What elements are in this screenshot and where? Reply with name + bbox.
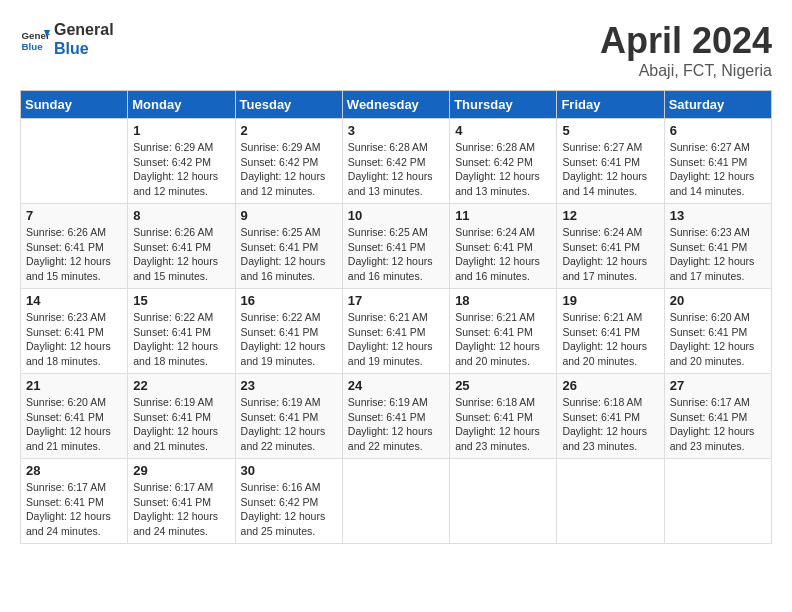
day-info: Sunrise: 6:25 AM Sunset: 6:41 PM Dayligh… xyxy=(241,225,337,284)
day-info: Sunrise: 6:29 AM Sunset: 6:42 PM Dayligh… xyxy=(241,140,337,199)
day-number: 29 xyxy=(133,463,229,478)
day-info: Sunrise: 6:21 AM Sunset: 6:41 PM Dayligh… xyxy=(455,310,551,369)
calendar-cell: 7Sunrise: 6:26 AM Sunset: 6:41 PM Daylig… xyxy=(21,204,128,289)
calendar-cell: 25Sunrise: 6:18 AM Sunset: 6:41 PM Dayli… xyxy=(450,374,557,459)
calendar-cell: 6Sunrise: 6:27 AM Sunset: 6:41 PM Daylig… xyxy=(664,119,771,204)
calendar-week-3: 14Sunrise: 6:23 AM Sunset: 6:41 PM Dayli… xyxy=(21,289,772,374)
day-info: Sunrise: 6:28 AM Sunset: 6:42 PM Dayligh… xyxy=(455,140,551,199)
weekday-header-saturday: Saturday xyxy=(664,91,771,119)
calendar-cell: 27Sunrise: 6:17 AM Sunset: 6:41 PM Dayli… xyxy=(664,374,771,459)
logo-general-text: General xyxy=(54,20,114,39)
calendar-cell: 30Sunrise: 6:16 AM Sunset: 6:42 PM Dayli… xyxy=(235,459,342,544)
day-number: 27 xyxy=(670,378,766,393)
day-number: 22 xyxy=(133,378,229,393)
day-number: 26 xyxy=(562,378,658,393)
calendar-cell: 26Sunrise: 6:18 AM Sunset: 6:41 PM Dayli… xyxy=(557,374,664,459)
day-info: Sunrise: 6:16 AM Sunset: 6:42 PM Dayligh… xyxy=(241,480,337,539)
calendar-cell: 19Sunrise: 6:21 AM Sunset: 6:41 PM Dayli… xyxy=(557,289,664,374)
day-number: 25 xyxy=(455,378,551,393)
day-number: 21 xyxy=(26,378,122,393)
weekday-header-sunday: Sunday xyxy=(21,91,128,119)
day-number: 20 xyxy=(670,293,766,308)
day-info: Sunrise: 6:22 AM Sunset: 6:41 PM Dayligh… xyxy=(241,310,337,369)
logo: General Blue General Blue xyxy=(20,20,114,58)
day-info: Sunrise: 6:24 AM Sunset: 6:41 PM Dayligh… xyxy=(562,225,658,284)
day-number: 18 xyxy=(455,293,551,308)
day-info: Sunrise: 6:19 AM Sunset: 6:41 PM Dayligh… xyxy=(133,395,229,454)
day-info: Sunrise: 6:29 AM Sunset: 6:42 PM Dayligh… xyxy=(133,140,229,199)
day-info: Sunrise: 6:21 AM Sunset: 6:41 PM Dayligh… xyxy=(348,310,444,369)
calendar-cell: 28Sunrise: 6:17 AM Sunset: 6:41 PM Dayli… xyxy=(21,459,128,544)
title-area: April 2024 Abaji, FCT, Nigeria xyxy=(600,20,772,80)
day-number: 12 xyxy=(562,208,658,223)
day-info: Sunrise: 6:19 AM Sunset: 6:41 PM Dayligh… xyxy=(241,395,337,454)
calendar-cell xyxy=(450,459,557,544)
day-number: 13 xyxy=(670,208,766,223)
calendar-cell: 11Sunrise: 6:24 AM Sunset: 6:41 PM Dayli… xyxy=(450,204,557,289)
day-info: Sunrise: 6:18 AM Sunset: 6:41 PM Dayligh… xyxy=(562,395,658,454)
calendar-cell: 14Sunrise: 6:23 AM Sunset: 6:41 PM Dayli… xyxy=(21,289,128,374)
calendar-cell: 20Sunrise: 6:20 AM Sunset: 6:41 PM Dayli… xyxy=(664,289,771,374)
day-number: 2 xyxy=(241,123,337,138)
day-info: Sunrise: 6:26 AM Sunset: 6:41 PM Dayligh… xyxy=(26,225,122,284)
day-info: Sunrise: 6:26 AM Sunset: 6:41 PM Dayligh… xyxy=(133,225,229,284)
weekday-header-tuesday: Tuesday xyxy=(235,91,342,119)
calendar-week-4: 21Sunrise: 6:20 AM Sunset: 6:41 PM Dayli… xyxy=(21,374,772,459)
day-info: Sunrise: 6:20 AM Sunset: 6:41 PM Dayligh… xyxy=(670,310,766,369)
calendar-week-2: 7Sunrise: 6:26 AM Sunset: 6:41 PM Daylig… xyxy=(21,204,772,289)
day-number: 11 xyxy=(455,208,551,223)
calendar-cell: 9Sunrise: 6:25 AM Sunset: 6:41 PM Daylig… xyxy=(235,204,342,289)
weekday-header-friday: Friday xyxy=(557,91,664,119)
calendar-cell xyxy=(342,459,449,544)
calendar-cell: 22Sunrise: 6:19 AM Sunset: 6:41 PM Dayli… xyxy=(128,374,235,459)
day-info: Sunrise: 6:17 AM Sunset: 6:41 PM Dayligh… xyxy=(133,480,229,539)
day-info: Sunrise: 6:28 AM Sunset: 6:42 PM Dayligh… xyxy=(348,140,444,199)
day-number: 19 xyxy=(562,293,658,308)
calendar-cell: 13Sunrise: 6:23 AM Sunset: 6:41 PM Dayli… xyxy=(664,204,771,289)
day-number: 6 xyxy=(670,123,766,138)
day-number: 24 xyxy=(348,378,444,393)
calendar-cell xyxy=(664,459,771,544)
calendar-cell: 12Sunrise: 6:24 AM Sunset: 6:41 PM Dayli… xyxy=(557,204,664,289)
logo-blue-text: Blue xyxy=(54,39,114,58)
calendar-cell: 10Sunrise: 6:25 AM Sunset: 6:41 PM Dayli… xyxy=(342,204,449,289)
day-number: 9 xyxy=(241,208,337,223)
day-number: 23 xyxy=(241,378,337,393)
calendar-header-row: SundayMondayTuesdayWednesdayThursdayFrid… xyxy=(21,91,772,119)
header: General Blue General Blue April 2024 Aba… xyxy=(20,20,772,80)
day-info: Sunrise: 6:19 AM Sunset: 6:41 PM Dayligh… xyxy=(348,395,444,454)
day-number: 14 xyxy=(26,293,122,308)
day-info: Sunrise: 6:20 AM Sunset: 6:41 PM Dayligh… xyxy=(26,395,122,454)
svg-text:Blue: Blue xyxy=(22,41,44,52)
calendar-cell: 21Sunrise: 6:20 AM Sunset: 6:41 PM Dayli… xyxy=(21,374,128,459)
calendar-cell xyxy=(21,119,128,204)
weekday-header-thursday: Thursday xyxy=(450,91,557,119)
calendar-body: 1Sunrise: 6:29 AM Sunset: 6:42 PM Daylig… xyxy=(21,119,772,544)
day-number: 8 xyxy=(133,208,229,223)
day-info: Sunrise: 6:17 AM Sunset: 6:41 PM Dayligh… xyxy=(670,395,766,454)
day-number: 5 xyxy=(562,123,658,138)
day-info: Sunrise: 6:27 AM Sunset: 6:41 PM Dayligh… xyxy=(562,140,658,199)
calendar-cell: 18Sunrise: 6:21 AM Sunset: 6:41 PM Dayli… xyxy=(450,289,557,374)
day-number: 30 xyxy=(241,463,337,478)
calendar-cell: 4Sunrise: 6:28 AM Sunset: 6:42 PM Daylig… xyxy=(450,119,557,204)
day-info: Sunrise: 6:22 AM Sunset: 6:41 PM Dayligh… xyxy=(133,310,229,369)
day-info: Sunrise: 6:17 AM Sunset: 6:41 PM Dayligh… xyxy=(26,480,122,539)
calendar-cell: 2Sunrise: 6:29 AM Sunset: 6:42 PM Daylig… xyxy=(235,119,342,204)
calendar-cell: 24Sunrise: 6:19 AM Sunset: 6:41 PM Dayli… xyxy=(342,374,449,459)
calendar-cell: 17Sunrise: 6:21 AM Sunset: 6:41 PM Dayli… xyxy=(342,289,449,374)
day-number: 10 xyxy=(348,208,444,223)
day-number: 7 xyxy=(26,208,122,223)
calendar-cell: 16Sunrise: 6:22 AM Sunset: 6:41 PM Dayli… xyxy=(235,289,342,374)
day-info: Sunrise: 6:23 AM Sunset: 6:41 PM Dayligh… xyxy=(26,310,122,369)
day-info: Sunrise: 6:24 AM Sunset: 6:41 PM Dayligh… xyxy=(455,225,551,284)
calendar-cell: 8Sunrise: 6:26 AM Sunset: 6:41 PM Daylig… xyxy=(128,204,235,289)
logo-icon: General Blue xyxy=(20,24,50,54)
calendar-cell: 1Sunrise: 6:29 AM Sunset: 6:42 PM Daylig… xyxy=(128,119,235,204)
calendar-cell: 3Sunrise: 6:28 AM Sunset: 6:42 PM Daylig… xyxy=(342,119,449,204)
calendar-week-1: 1Sunrise: 6:29 AM Sunset: 6:42 PM Daylig… xyxy=(21,119,772,204)
day-number: 4 xyxy=(455,123,551,138)
calendar-cell: 15Sunrise: 6:22 AM Sunset: 6:41 PM Dayli… xyxy=(128,289,235,374)
calendar-week-5: 28Sunrise: 6:17 AM Sunset: 6:41 PM Dayli… xyxy=(21,459,772,544)
day-number: 1 xyxy=(133,123,229,138)
